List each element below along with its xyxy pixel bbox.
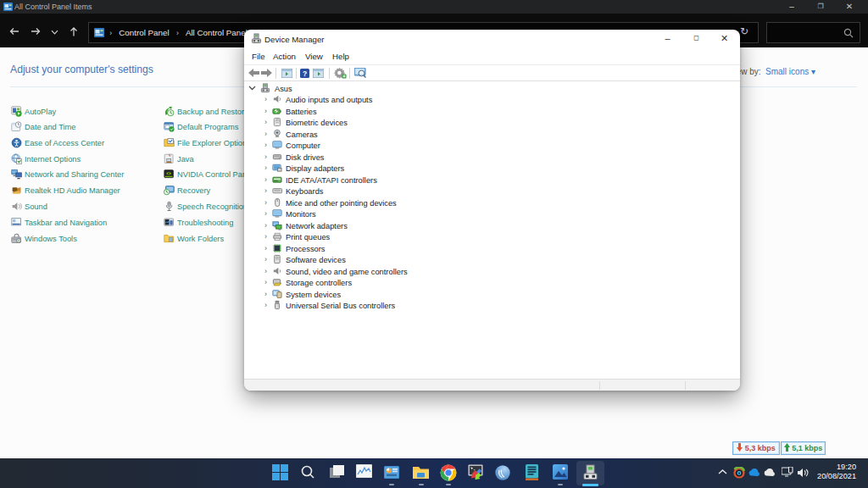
svg-text:?: ? [303,69,307,78]
